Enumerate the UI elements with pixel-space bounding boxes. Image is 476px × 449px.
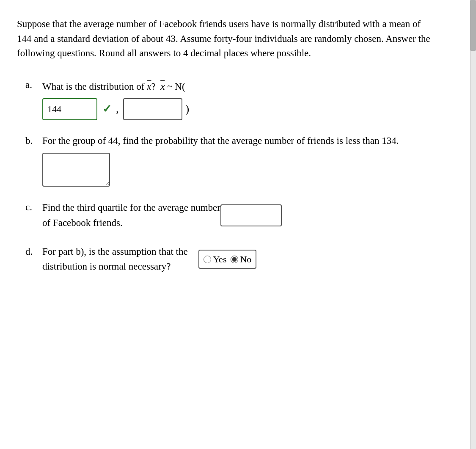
question-b-letter: b. bbox=[25, 134, 37, 148]
no-radio[interactable] bbox=[231, 256, 238, 263]
scrollbar-track bbox=[470, 0, 476, 449]
question-a-label: a. What is the distribution of x? x ~ N( bbox=[25, 78, 451, 94]
question-a-close-paren: ) bbox=[186, 101, 190, 117]
intro-paragraph: Suppose that the average number of Faceb… bbox=[17, 17, 432, 61]
question-a: a. What is the distribution of x? x ~ N(… bbox=[25, 78, 451, 121]
yes-no-group: Yes No bbox=[198, 250, 256, 269]
question-d: d. For part b), is the assumption that t… bbox=[25, 245, 451, 274]
no-text: No bbox=[240, 252, 251, 266]
question-a-answer-row: ✓ , ) bbox=[42, 98, 451, 120]
no-label[interactable]: No bbox=[231, 252, 251, 266]
question-b: b. For the group of 44, find the probabi… bbox=[25, 134, 451, 187]
question-a-input1[interactable] bbox=[42, 98, 97, 120]
question-c-letter: c. bbox=[25, 200, 37, 214]
question-d-label: d. For part b), is the assumption that t… bbox=[25, 245, 451, 274]
question-b-input[interactable] bbox=[42, 153, 110, 187]
question-d-text-content: For part b), is the assumption that thed… bbox=[42, 245, 188, 274]
question-b-text: For the group of 44, find the probabilit… bbox=[42, 134, 399, 149]
yes-label[interactable]: Yes bbox=[204, 252, 226, 266]
question-c-text: Find the third quartile for the average … bbox=[42, 200, 282, 231]
question-a-comma: , bbox=[116, 101, 119, 117]
question-a-letter: a. bbox=[25, 78, 37, 92]
yes-text: Yes bbox=[213, 252, 226, 266]
x-bar-symbol-2: x bbox=[160, 80, 165, 94]
question-d-text: For part b), is the assumption that thed… bbox=[42, 245, 256, 274]
question-a-text: What is the distribution of x? x ~ N( bbox=[42, 78, 185, 94]
question-a-checkmark: ✓ bbox=[102, 101, 112, 117]
yes-radio[interactable] bbox=[204, 256, 211, 263]
question-d-letter: d. bbox=[25, 245, 37, 259]
question-b-label: b. For the group of 44, find the probabi… bbox=[25, 134, 451, 149]
questions-container: a. What is the distribution of x? x ~ N(… bbox=[25, 78, 451, 274]
question-c-input[interactable] bbox=[220, 204, 282, 226]
question-a-input2[interactable] bbox=[123, 98, 182, 120]
question-c-label: c. Find the third quartile for the avera… bbox=[25, 200, 451, 231]
question-c: c. Find the third quartile for the avera… bbox=[25, 200, 451, 231]
x-bar-symbol-1: x bbox=[147, 78, 151, 94]
scrollbar-thumb[interactable] bbox=[470, 0, 476, 51]
